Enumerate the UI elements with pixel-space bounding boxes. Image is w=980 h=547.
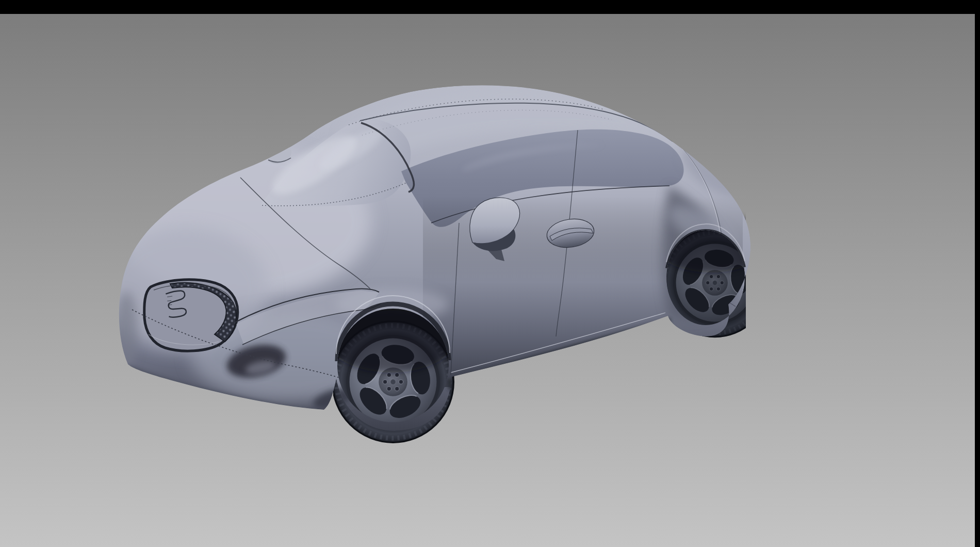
car-render-scene [0,0,980,547]
letterbox-top-bar [0,0,980,14]
letterbox-right-bar [975,0,980,547]
render-viewport [0,0,980,547]
front-grille [144,280,238,351]
